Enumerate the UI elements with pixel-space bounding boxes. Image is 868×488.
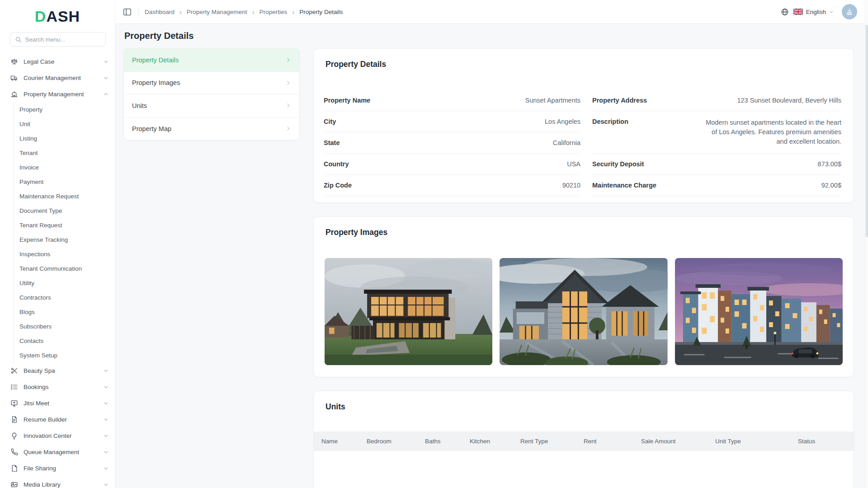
language-label: English	[806, 9, 826, 15]
scrollbar-thumb[interactable]	[866, 25, 868, 237]
sidebar-search[interactable]	[10, 32, 106, 47]
sidebar-subitem-tenant[interactable]: Tenant	[14, 145, 115, 160]
topbar-actions: English	[781, 4, 857, 19]
field-label: Description	[592, 118, 628, 125]
field-value: Modern sunset apartments located in the …	[703, 118, 841, 146]
sidebar-subitem-contacts[interactable]: Contacts	[14, 333, 115, 348]
sidebar-subitem-subscribers[interactable]: Subscribers	[14, 319, 115, 333]
sidebar-item-label: Resume Builder	[24, 416, 98, 423]
field-label: Zip Code	[324, 182, 352, 189]
sidebar-item-resume-builder[interactable]: Resume Builder	[0, 411, 115, 427]
sidebar-item-innovation-center[interactable]: Innovation Center	[0, 427, 115, 444]
sidebar-subitem-maintenance-request[interactable]: Maintenance Request	[14, 189, 115, 203]
list-icon	[10, 383, 18, 391]
main-content: Property Details Property Details Proper…	[115, 24, 868, 488]
chevron-right-icon	[285, 57, 291, 63]
sidebar-subitem-invoice[interactable]: Invoice	[14, 160, 115, 174]
topbar: Dashboard › Property Management › Proper…	[115, 0, 868, 24]
column-unit-type: Unit Type	[715, 438, 798, 445]
sidebar-toggle-icon[interactable]	[121, 6, 133, 18]
globe-icon[interactable]	[781, 8, 789, 16]
column-status: Status	[798, 438, 815, 445]
field-value: 873.00$	[818, 160, 841, 168]
divider	[138, 7, 138, 16]
sidebar-item-legal-case[interactable]: Legal Case	[0, 53, 115, 70]
language-selector[interactable]: English	[793, 9, 834, 15]
chevron-right-icon: ›	[252, 9, 255, 15]
app-logo[interactable]: DASH	[0, 0, 115, 25]
units-table-header: Name Bedroom Baths Kitchen Rent Type Ren…	[314, 432, 854, 451]
field-property-name: Property Name Sunset Apartments	[324, 90, 580, 111]
sidebar-item-label: Jitsi Meet	[24, 400, 98, 407]
sidebar-item-file-sharing[interactable]: File Sharing	[0, 460, 115, 476]
sidebar-item-label: Legal Case	[24, 58, 98, 65]
sidebar-subitem-expense-tracking[interactable]: Expense Tracking	[14, 232, 115, 247]
property-photo-modern-villa[interactable]	[325, 258, 492, 365]
scissors-icon	[10, 366, 18, 375]
chevron-right-icon	[285, 103, 291, 108]
details-right-column: Property Address 123 Sunset Boulevard, B…	[592, 90, 841, 196]
sidebar-subitem-system-setup[interactable]: System Setup	[14, 348, 115, 362]
phone-icon	[10, 448, 18, 456]
column-name: Name	[321, 438, 367, 445]
field-country: Country USA	[324, 154, 580, 175]
property-photo-gabled-house[interactable]	[500, 258, 667, 365]
sidebar-item-property-management[interactable]: Property Management	[0, 86, 115, 102]
sidebar-item-queue-management[interactable]: Queue Management	[0, 444, 115, 460]
sidebar-subitem-unit[interactable]: Unit	[14, 117, 115, 131]
property-management-submenu: Property Unit Listing Tenant Invoice Pay…	[14, 102, 115, 362]
breadcrumb-dashboard[interactable]: Dashboard	[145, 9, 175, 15]
sidebar-subitem-utility[interactable]: Utility	[14, 276, 115, 290]
user-avatar[interactable]	[842, 4, 857, 19]
building-logo-icon	[845, 7, 854, 16]
field-label: Country	[324, 160, 349, 168]
chevron-right-icon: ›	[179, 9, 182, 15]
chevron-right-icon	[285, 80, 291, 86]
sidebar-item-bookings[interactable]: Bookings	[0, 379, 115, 395]
sidebar-subitem-tenant-request[interactable]: Tenant Request	[14, 218, 115, 232]
sidebar-item-courier-management[interactable]: Courier Management	[0, 70, 115, 86]
window-scrollbar[interactable]	[865, 0, 868, 488]
sidebar-item-beauty-spa[interactable]: Beauty Spa	[0, 362, 115, 379]
field-maintenance-charge: Maintenance Charge 92.00$	[592, 175, 841, 196]
field-description: Description Modern sunset apartments loc…	[592, 111, 841, 154]
field-label: City	[324, 118, 336, 125]
chevron-down-icon	[104, 482, 108, 487]
tab-units[interactable]: Units	[124, 94, 299, 117]
sidebar-item-label: Property Management	[24, 91, 98, 98]
sidebar-subitem-tenant-communication[interactable]: Tenant Communication	[14, 261, 115, 276]
search-icon	[15, 35, 22, 43]
sidebar-subitem-blogs[interactable]: Blogs	[14, 305, 115, 319]
page-title: Property Details	[124, 31, 854, 41]
sidebar-subitem-payment[interactable]: Payment	[14, 174, 115, 189]
sidebar: DASH Legal Case Courier Management Pro	[0, 0, 115, 488]
details-left-column: Property Name Sunset Apartments City Los…	[324, 90, 580, 196]
tab-property-details[interactable]: Property Details	[124, 49, 299, 72]
uk-flag-icon	[793, 9, 803, 15]
sidebar-subitem-document-type[interactable]: Document Type	[14, 203, 115, 218]
sidebar-subitem-inspections[interactable]: Inspections	[14, 247, 115, 261]
breadcrumb-properties[interactable]: Properties	[259, 9, 288, 15]
breadcrumb-property-management[interactable]: Property Management	[187, 9, 247, 15]
field-value: California	[553, 139, 580, 146]
chevron-down-icon	[104, 450, 108, 455]
field-security-deposit: Security Deposit 873.00$	[592, 154, 841, 175]
tab-property-images[interactable]: Property Images	[124, 72, 299, 95]
sidebar-subitem-property[interactable]: Property	[14, 102, 115, 117]
search-input[interactable]	[25, 36, 101, 43]
sidebar-item-media-library[interactable]: Media Library	[0, 476, 115, 488]
tab-property-map[interactable]: Property Map	[124, 117, 299, 141]
field-value: 92.00$	[821, 182, 841, 189]
sidebar-subitem-listing[interactable]: Listing	[14, 131, 115, 145]
column-rent-type: Rent Type	[520, 438, 584, 445]
property-photo-apartment-complex[interactable]	[675, 258, 843, 365]
chevron-down-icon	[104, 385, 108, 389]
breadcrumb-current: Property Details	[299, 9, 343, 15]
sidebar-subitem-contractors[interactable]: Contractors	[14, 290, 115, 305]
field-label: Property Address	[592, 97, 647, 104]
image-icon	[10, 480, 18, 488]
sidebar-item-jitsi-meet[interactable]: Jitsi Meet	[0, 395, 115, 411]
sidebar-item-label: Innovation Center	[24, 432, 98, 439]
field-value: USA	[567, 160, 580, 168]
file-icon	[10, 464, 18, 472]
